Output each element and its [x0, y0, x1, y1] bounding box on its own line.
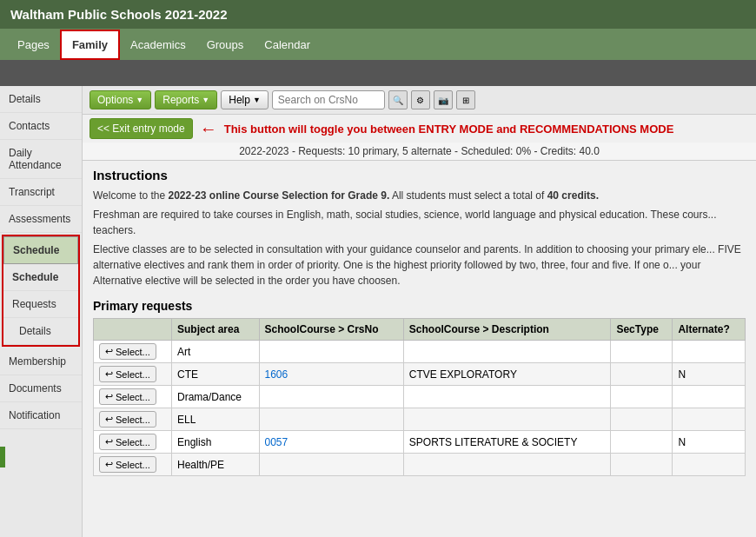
cell-sectype — [611, 408, 673, 431]
header-title: Waltham Public Schools 2021-2022 — [10, 7, 228, 22]
green-indicator — [0, 447, 5, 467]
select-button-3[interactable]: ↩ Select... — [99, 411, 156, 428]
cell-alternate — [673, 408, 746, 431]
table-row: ↩ Select... Art — [94, 341, 746, 363]
sidebar-item-details[interactable]: Details — [0, 86, 82, 113]
crsno-link[interactable]: 0057 — [265, 436, 288, 448]
top-navigation: Pages Family Academics Groups Calendar — [0, 29, 756, 60]
select-button-4[interactable]: ↩ Select... — [99, 434, 156, 450]
instructions-para-2: Freshman are required to take courses in… — [93, 207, 746, 238]
cell-crsno — [259, 341, 403, 363]
nav-item-groups[interactable]: Groups — [196, 31, 255, 58]
requests-table: Subject area SchoolCourse > CrsNo School… — [93, 318, 746, 476]
sidebar-item-requests[interactable]: Requests — [3, 291, 78, 318]
reports-button[interactable]: Reports ▼ — [155, 90, 217, 109]
sidebar-item-daily-attendance[interactable]: Daily Attendance — [0, 140, 82, 179]
options-chevron-icon: ▼ — [136, 96, 143, 104]
main-layout: Details Contacts Daily Attendance Transc… — [0, 86, 756, 537]
cell-subject: Art — [172, 341, 260, 363]
cell-description — [403, 408, 611, 431]
exit-entry-button[interactable]: << Exit entry mode — [90, 118, 193, 139]
cell-alternate — [673, 386, 746, 408]
sidebar-item-contacts[interactable]: Contacts — [0, 113, 82, 140]
cell-crsno[interactable]: 0057 — [259, 431, 403, 454]
page-header: Waltham Public Schools 2021-2022 — [0, 0, 756, 29]
select-button-5[interactable]: ↩ Select... — [99, 456, 156, 473]
cell-alternate — [673, 341, 746, 363]
main-content: Options ▼ Reports ▼ Help ▼ 🔍 ⚙ 📷 ⊞ << Ex… — [83, 86, 756, 537]
sidebar-item-membership[interactable]: Membership — [0, 348, 82, 375]
col-header-description: SchoolCourse > Description — [403, 319, 611, 341]
photo-icon[interactable]: 📷 — [434, 90, 453, 109]
select-button-0[interactable]: ↩ Select... — [99, 343, 156, 360]
help-button[interactable]: Help ▼ — [221, 90, 269, 109]
instructions-para-1: Welcome to the 2022-23 online Course Sel… — [93, 188, 746, 203]
table-row: ↩ Select... Drama/Dance — [94, 386, 746, 408]
cell-subject: CTE — [172, 363, 260, 386]
nav-item-pages[interactable]: Pages — [7, 31, 60, 58]
nav-item-academics[interactable]: Academics — [120, 31, 196, 58]
nav-item-calendar[interactable]: Calendar — [254, 31, 321, 58]
search-input[interactable] — [272, 90, 385, 109]
cell-description: SPORTS LITERATURE & SOCIETY — [403, 431, 611, 454]
cell-crsno[interactable]: 1606 — [259, 363, 403, 386]
cell-alternate — [673, 454, 746, 476]
cell-alternate: N — [673, 363, 746, 386]
cell-crsno — [259, 454, 403, 476]
instructions-para-3: Elective classes are to be selected in c… — [93, 242, 746, 288]
cell-sectype — [611, 431, 673, 454]
instructions-title: Instructions — [93, 168, 746, 182]
cell-subject: ELL — [172, 408, 260, 431]
select-button-1[interactable]: ↩ Select... — [99, 366, 156, 382]
sidebar-item-requests-details[interactable]: Details — [3, 318, 78, 345]
sidebar-item-transcript[interactable]: Transcript — [0, 179, 82, 206]
cell-description — [403, 386, 611, 408]
sidebar-item-schedule-header[interactable]: Schedule — [3, 236, 78, 264]
cell-sectype — [611, 386, 673, 408]
cell-description — [403, 454, 611, 476]
toggle-mode-text: This button will toggle you between ENTR… — [224, 123, 674, 136]
cell-crsno — [259, 408, 403, 431]
cell-crsno — [259, 386, 403, 408]
cell-sectype — [611, 341, 673, 363]
col-header-action — [94, 319, 172, 341]
cell-alternate: N — [673, 431, 746, 454]
cell-subject: Health/PE — [172, 454, 260, 476]
sub-header — [0, 60, 756, 86]
col-header-subject: Subject area — [172, 319, 260, 341]
options-button[interactable]: Options ▼ — [90, 90, 151, 109]
nav-item-family[interactable]: Family — [60, 30, 120, 60]
info-bar: 2022-2023 - Requests: 10 primary, 5 alte… — [83, 143, 756, 161]
col-header-alternate: Alternate? — [673, 319, 746, 341]
sidebar-item-notification[interactable]: Notification — [0, 402, 82, 429]
filter-icon[interactable]: ⚙ — [411, 90, 430, 109]
table-row: ↩ Select... Health/PE — [94, 454, 746, 476]
col-header-sectype: SecType — [611, 319, 673, 341]
primary-requests-title: Primary requests — [93, 299, 746, 313]
cell-sectype — [611, 363, 673, 386]
table-row: ↩ Select... English0057SPORTS LITERATURE… — [94, 431, 746, 454]
crsno-link[interactable]: 1606 — [265, 368, 288, 381]
help-chevron-icon: ▼ — [253, 96, 261, 104]
table-row: ↩ Select... CTE1606CTVE EXPLORATORYN — [94, 363, 746, 386]
table-row: ↩ Select... ELL — [94, 408, 746, 431]
sidebar-item-assessments[interactable]: Assessments — [0, 206, 82, 233]
search-icon[interactable]: 🔍 — [388, 90, 408, 109]
cell-subject: Drama/Dance — [172, 386, 260, 408]
sidebar: Details Contacts Daily Attendance Transc… — [0, 86, 83, 537]
sidebar-item-schedule[interactable]: Schedule — [3, 264, 78, 291]
cell-subject: English — [172, 431, 260, 454]
cell-description — [403, 341, 611, 363]
col-header-crsno: SchoolCourse > CrsNo — [259, 319, 403, 341]
cell-description: CTVE EXPLORATORY — [403, 363, 611, 386]
reports-chevron-icon: ▼ — [202, 96, 209, 104]
cell-sectype — [611, 454, 673, 476]
arrow-icon: ← — [200, 119, 217, 139]
entry-mode-bar: << Exit entry mode ← This button will to… — [83, 115, 756, 143]
grid-icon[interactable]: ⊞ — [456, 90, 475, 109]
sidebar-item-documents[interactable]: Documents — [0, 375, 82, 402]
requests-section: Primary requests Subject area SchoolCour… — [83, 299, 756, 483]
toolbar: Options ▼ Reports ▼ Help ▼ 🔍 ⚙ 📷 ⊞ — [83, 86, 756, 115]
select-button-2[interactable]: ↩ Select... — [99, 388, 156, 405]
instructions-section: Instructions Welcome to the 2022-23 onli… — [83, 161, 756, 299]
